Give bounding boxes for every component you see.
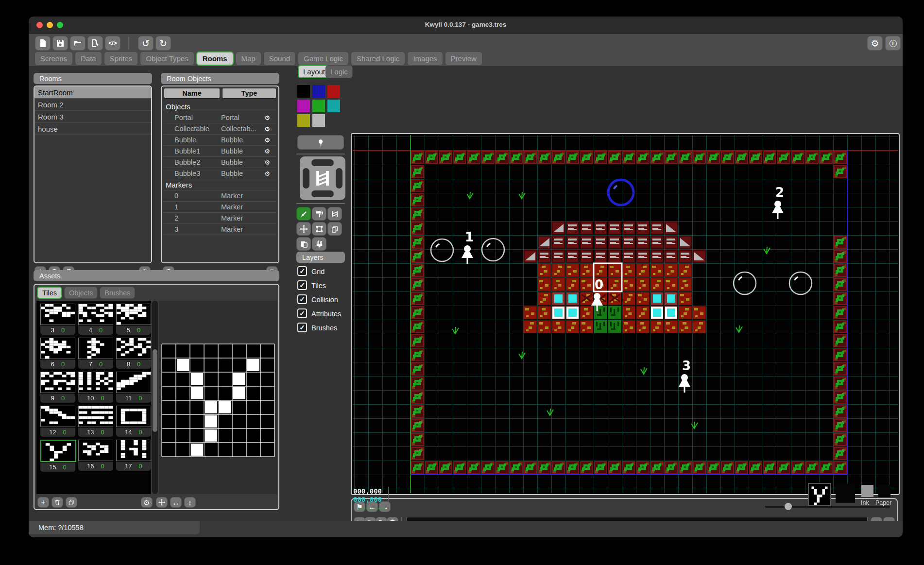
code-button[interactable]: </> (105, 36, 120, 51)
settings-button[interactable]: ⚙ (867, 36, 883, 51)
tool-draw-button[interactable] (296, 207, 311, 221)
export-button[interactable] (87, 36, 103, 51)
marker-row-1[interactable]: 1Marker (164, 202, 276, 213)
marker-row-0[interactable]: 0Marker (164, 190, 276, 202)
tile-thumb-5[interactable]: 50 (116, 304, 151, 335)
room-item-house[interactable]: house (34, 123, 151, 135)
tile-thumb-15[interactable]: 150 (40, 440, 75, 472)
delete-tile-button[interactable] (51, 497, 63, 508)
room-item-room3[interactable]: Room 3 (34, 111, 151, 123)
object-row-bubble[interactable]: BubbleBubble⚙ (164, 135, 276, 146)
assets-tab-objects[interactable]: Objects (64, 287, 98, 299)
light-button[interactable] (297, 135, 344, 150)
tile-thumb-6[interactable]: 60 (40, 338, 75, 369)
object-row-bubble2[interactable]: Bubble2Bubble⚙ (164, 157, 276, 168)
tab-logic[interactable]: Logic (325, 65, 353, 78)
object-row-collectable[interactable]: CollectableCollectab...⚙ (164, 123, 276, 135)
marker-row-2[interactable]: 2Marker (164, 213, 276, 224)
tab-shared-logic[interactable]: Shared Logic (351, 51, 405, 66)
tile-thumb-9[interactable]: 90 (40, 372, 75, 403)
tile-thumb-11[interactable]: 110 (116, 372, 151, 403)
duplicate-tile-button[interactable] (66, 497, 77, 508)
gear-icon[interactable]: ⚙ (262, 148, 273, 155)
tool-roller-button[interactable] (312, 207, 326, 221)
tile-thumb-12[interactable]: 120 (40, 406, 75, 437)
gear-icon[interactable]: ⚙ (262, 170, 273, 177)
tool-move-button[interactable] (296, 222, 311, 236)
tab-object-types[interactable]: Object Types (140, 51, 194, 66)
open-file-button[interactable] (70, 36, 86, 51)
column-header-type[interactable]: Type (222, 88, 276, 99)
redo-button[interactable]: ↻ (155, 36, 171, 51)
layer-checkbox-tiles[interactable]: ✓ (297, 280, 307, 290)
tile-flip-v-button[interactable]: ↕ (184, 497, 196, 508)
palette-color-green[interactable] (312, 100, 325, 112)
tab-sound[interactable]: Sound (263, 51, 296, 66)
layer-checkbox-grid[interactable]: ✓ (297, 266, 307, 276)
object-row-bubble1[interactable]: Bubble1Bubble⚙ (164, 146, 276, 157)
object-row-bubble3[interactable]: Bubble3Bubble⚙ (164, 168, 276, 179)
tab-rooms[interactable]: Rooms (196, 51, 234, 66)
layer-checkbox-attributes[interactable]: ✓ (297, 308, 307, 318)
save-button[interactable] (52, 36, 68, 51)
palette-color-olive[interactable] (297, 114, 310, 127)
tab-preview[interactable]: Preview (445, 51, 482, 66)
tile-thumb-10[interactable]: 100 (78, 372, 113, 403)
layer-checkbox-collision[interactable]: ✓ (297, 294, 307, 304)
room-canvas[interactable] (353, 135, 898, 493)
gear-icon[interactable]: ⚙ (262, 125, 273, 133)
tile-thumb-17[interactable]: 170 (116, 440, 151, 471)
tool-select-button[interactable] (312, 222, 326, 236)
tab-sprites[interactable]: Sprites (104, 51, 138, 66)
tile-list-scrollbar[interactable] (152, 301, 158, 494)
palette-color-blue[interactable] (312, 85, 325, 98)
tool-brush-button[interactable] (312, 237, 326, 251)
assets-tab-tiles[interactable]: Tiles (37, 287, 62, 299)
tile-flip-h-button[interactable]: ↔ (170, 497, 182, 508)
tile-move-button[interactable] (156, 497, 168, 508)
palette-color-teal[interactable] (327, 100, 340, 112)
current-brush-preview-button[interactable] (300, 156, 345, 200)
tile-thumb-14[interactable]: 140 (116, 406, 151, 437)
tab-data[interactable]: Data (75, 51, 102, 66)
tile-thumb-16[interactable]: 160 (78, 440, 113, 471)
room-item-startroom[interactable]: StartRoom (34, 86, 151, 99)
tool-fence-button[interactable] (327, 207, 342, 221)
tab-screens[interactable]: Screens (34, 51, 73, 66)
column-header-name[interactable]: Name (164, 88, 220, 99)
gear-icon[interactable]: ⚙ (262, 114, 273, 121)
ink-color-swatch[interactable] (861, 485, 873, 497)
palette-color-gray[interactable] (312, 114, 325, 127)
palette-color-red[interactable] (327, 85, 340, 98)
info-button[interactable]: i (885, 36, 901, 51)
palette-color-black[interactable] (297, 85, 310, 98)
assets-tab-brushes[interactable]: Brushes (100, 287, 135, 299)
scrollbar-thumb[interactable] (153, 349, 157, 432)
tab-game-logic[interactable]: Game Logic (298, 51, 349, 66)
zoom-slider-knob[interactable] (785, 503, 792, 510)
room-item-room2[interactable]: Room 2 (34, 99, 151, 111)
gear-icon[interactable]: ⚙ (262, 159, 273, 166)
tab-images[interactable]: Images (407, 51, 443, 66)
tool-duplicate-button[interactable] (327, 222, 342, 236)
add-tile-button[interactable]: + (37, 497, 49, 508)
current-tile-swatch[interactable] (808, 483, 831, 506)
tile-thumb-3[interactable]: 30 (40, 304, 75, 335)
undo-button[interactable]: ↺ (138, 36, 154, 51)
secondary-tile-swatch[interactable] (836, 484, 855, 503)
object-row-portal[interactable]: PortalPortal⚙ (164, 112, 276, 123)
tab-map[interactable]: Map (236, 51, 261, 66)
gear-icon[interactable]: ⚙ (262, 137, 273, 144)
tile-thumb-8[interactable]: 80 (116, 338, 151, 369)
layer-checkbox-brushes[interactable]: ✓ (297, 323, 307, 332)
marker-row-3[interactable]: 3Marker (164, 224, 276, 235)
tiles-settings-button[interactable]: ⚙ (141, 497, 153, 508)
paper-color-swatch[interactable] (878, 485, 890, 497)
palette-color-magenta[interactable] (297, 100, 310, 112)
tile-thumb-13[interactable]: 130 (78, 406, 113, 437)
new-file-button[interactable] (35, 36, 51, 51)
tile-thumb-4[interactable]: 40 (78, 304, 113, 335)
tool-paste-button[interactable] (296, 237, 311, 251)
check-icon: ✓ (299, 267, 305, 275)
tile-thumb-7[interactable]: 70 (78, 338, 113, 369)
